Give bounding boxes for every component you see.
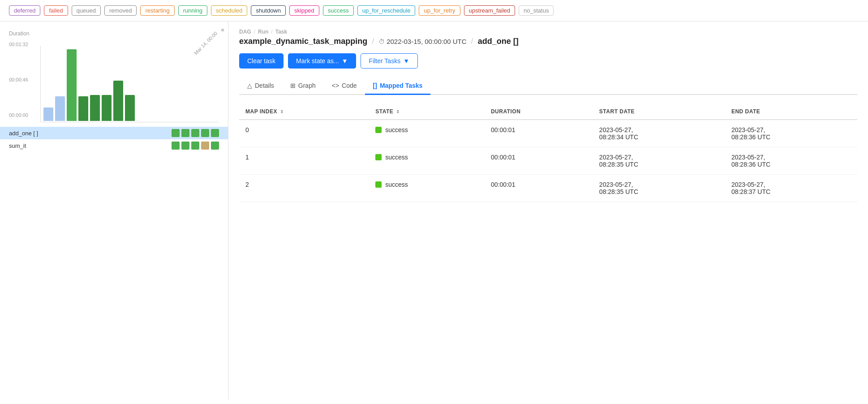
task-row-sum_it[interactable]: sum_it xyxy=(0,139,228,152)
bar-7 xyxy=(125,95,135,121)
run-date: 2022-03-15, 00:00:00 UTC xyxy=(387,38,466,45)
sort-icon-state: ⇕ xyxy=(396,109,400,114)
th-state[interactable]: STATE ⇕ xyxy=(369,104,485,120)
table-header-row: MAP INDEX ⇕ STATE ⇕ DURATION START DATE … xyxy=(239,104,857,120)
status-tag-no_status[interactable]: no_status xyxy=(519,5,554,16)
right-panel: DAG / Run / Task example_dynamic_task_ma… xyxy=(228,21,868,400)
cell-map-index-0: 0 xyxy=(239,120,369,147)
status-tag-skipped[interactable]: skipped xyxy=(289,5,319,16)
state-text-2: success xyxy=(385,181,408,188)
state-dot-1 xyxy=(375,154,382,160)
filter-tasks-button[interactable]: Filter Tasks ▼ xyxy=(361,53,418,69)
th-start-date: START DATE xyxy=(593,104,725,120)
task-square-3 xyxy=(201,129,209,137)
bar-4 xyxy=(90,95,100,121)
task-row-add_one-[-][interactable]: add_one [ ] xyxy=(0,127,228,139)
task-square-0 xyxy=(172,142,180,150)
breadcrumb-sep-1: / xyxy=(254,29,255,35)
task-square-1 xyxy=(181,129,189,137)
table-row-2: 2success00:00:012023-05-27, 08:28:35 UTC… xyxy=(239,175,857,202)
action-buttons: Clear task Mark state as... ▼ Filter Tas… xyxy=(239,53,857,69)
run-info: ⏱ 2022-03-15, 00:00:00 UTC xyxy=(378,38,466,45)
th-end-date: END DATE xyxy=(725,104,857,120)
mapped-tasks-icon: [] xyxy=(373,82,377,89)
status-tag-scheduled[interactable]: scheduled xyxy=(211,5,247,16)
sort-icon-map: ⇕ xyxy=(280,109,284,114)
cell-state-0: success xyxy=(369,120,485,147)
status-tag-deferred[interactable]: deferred xyxy=(9,5,40,16)
state-text-0: success xyxy=(385,126,408,133)
table-row-1: 1success00:00:012023-05-27, 08:28:35 UTC… xyxy=(239,147,857,175)
bar-1 xyxy=(55,96,65,121)
details-icon: △ xyxy=(247,82,252,89)
status-tags-row: deferredfailedqueuedremovedrestartingrun… xyxy=(0,0,868,21)
cell-start-date-2: 2023-05-27, 08:28:35 UTC xyxy=(593,175,725,202)
task-rows: add_one [ ]sum_it xyxy=(0,127,228,152)
task-squares xyxy=(172,129,219,137)
task-name: add_one [] xyxy=(478,37,519,46)
cell-duration-2: 00:00:01 xyxy=(485,175,593,202)
title-sep-1: / xyxy=(372,37,374,46)
cell-end-date-2: 2023-05-27, 08:28:37 UTC xyxy=(725,175,857,202)
task-square-2 xyxy=(191,142,199,150)
y-label-bot: 00:00:00 xyxy=(9,112,28,118)
cell-duration-0: 00:00:01 xyxy=(485,120,593,147)
page-title-row: example_dynamic_task_mapping / ⏱ 2022-03… xyxy=(239,37,857,46)
chevron-down-icon: ▼ xyxy=(342,57,348,64)
left-panel: « Duration Mar 14, 00:00 00:01:32 00:00:… xyxy=(0,21,228,400)
dag-name: example_dynamic_task_mapping xyxy=(239,37,367,46)
y-label-mid: 00:00:46 xyxy=(9,77,28,82)
bar-chart xyxy=(40,46,219,122)
cell-start-date-0: 2023-05-27, 08:28:34 UTC xyxy=(593,120,725,147)
state-dot-0 xyxy=(375,127,382,133)
status-tag-restarting[interactable]: restarting xyxy=(140,5,174,16)
clock-icon: ⏱ xyxy=(378,38,385,45)
task-squares xyxy=(172,142,219,150)
state-dot-2 xyxy=(375,181,382,188)
status-tag-up_for_reschedule[interactable]: up_for_reschedule xyxy=(357,5,416,16)
status-tag-up_for_retry[interactable]: up_for_retry xyxy=(419,5,460,16)
mark-state-button[interactable]: Mark state as... ▼ xyxy=(288,53,356,69)
status-tag-queued[interactable]: queued xyxy=(72,5,101,16)
status-tag-running[interactable]: running xyxy=(178,5,207,16)
status-tag-failed[interactable]: failed xyxy=(44,5,68,16)
bar-0 xyxy=(43,107,53,121)
breadcrumb-dag: DAG xyxy=(239,29,251,35)
task-row-label: sum_it xyxy=(9,142,172,149)
tab-code[interactable]: <> Code xyxy=(324,77,365,95)
th-duration: DURATION xyxy=(485,104,593,120)
cell-map-index-1: 1 xyxy=(239,147,369,175)
bar-3 xyxy=(78,96,88,121)
status-tag-removed[interactable]: removed xyxy=(104,5,137,16)
bar-6 xyxy=(113,81,123,121)
cell-state-1: success xyxy=(369,147,485,175)
breadcrumb-task: Task xyxy=(275,29,287,35)
task-row-label: add_one [ ] xyxy=(9,130,172,137)
cell-duration-1: 00:00:01 xyxy=(485,147,593,175)
tab-details[interactable]: △ Details xyxy=(239,77,282,95)
bar-5 xyxy=(102,95,112,121)
tab-mapped-tasks[interactable]: [] Mapped Tasks xyxy=(365,77,431,95)
task-square-0 xyxy=(172,129,180,137)
graph-icon: ⊞ xyxy=(290,82,296,89)
status-tag-shutdown[interactable]: shutdown xyxy=(251,5,286,16)
code-icon: <> xyxy=(332,82,339,89)
clear-task-button[interactable]: Clear task xyxy=(239,53,284,69)
status-tag-upstream_failed[interactable]: upstream_failed xyxy=(464,5,516,16)
title-sep-2: / xyxy=(471,37,473,46)
tab-graph[interactable]: ⊞ Graph xyxy=(282,77,324,95)
duration-label: Duration xyxy=(9,30,29,37)
th-map-index[interactable]: MAP INDEX ⇕ xyxy=(239,104,369,120)
state-text-1: success xyxy=(385,154,408,161)
task-square-4 xyxy=(211,142,219,150)
cell-end-date-0: 2023-05-27, 08:28:36 UTC xyxy=(725,120,857,147)
mapped-tasks-table: MAP INDEX ⇕ STATE ⇕ DURATION START DATE … xyxy=(239,104,857,202)
filter-chevron-icon: ▼ xyxy=(403,57,409,64)
tabs: △ Details⊞ Graph<> Code[] Mapped Tasks xyxy=(239,77,857,95)
y-label-top: 00:01:32 xyxy=(9,42,28,47)
main-layout: « Duration Mar 14, 00:00 00:01:32 00:00:… xyxy=(0,21,868,400)
status-tag-success[interactable]: success xyxy=(323,5,354,16)
table-row-0: 0success00:00:012023-05-27, 08:28:34 UTC… xyxy=(239,120,857,147)
cell-end-date-1: 2023-05-27, 08:28:36 UTC xyxy=(725,147,857,175)
chart-area: Duration Mar 14, 00:00 00:01:32 00:00:46… xyxy=(0,26,228,122)
